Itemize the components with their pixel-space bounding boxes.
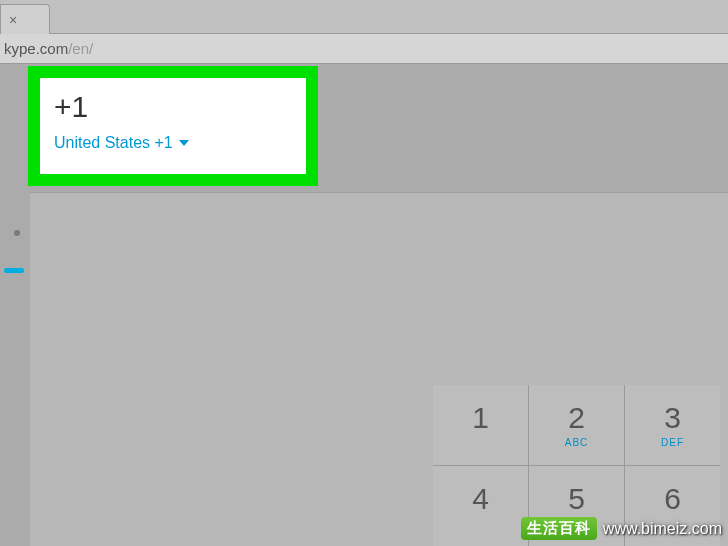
address-bar[interactable]: kype.com/en/	[0, 34, 728, 64]
dial-keypad: 1 2 ABC 3 DEF 4 5 6	[433, 385, 720, 546]
key-letters: ABC	[565, 437, 589, 449]
keypad-6[interactable]: 6	[625, 466, 720, 546]
browser-tab[interactable]: ×	[0, 4, 50, 34]
key-digit: 4	[472, 482, 489, 516]
key-digit: 1	[472, 401, 489, 435]
keypad-2[interactable]: 2 ABC	[529, 385, 624, 465]
key-digit: 2	[568, 401, 585, 435]
page-content: +1 United States +1 1 2 ABC 3 DEF 4 5	[0, 64, 728, 546]
keypad-5[interactable]: 5	[529, 466, 624, 546]
close-icon[interactable]: ×	[9, 12, 17, 28]
key-digit: 6	[664, 482, 681, 516]
browser-tab-strip: ×	[0, 0, 728, 34]
side-tab-strip	[0, 224, 28, 284]
number-entry-panel: +1 United States +1	[28, 66, 318, 186]
key-letters: DEF	[661, 437, 684, 449]
country-selector[interactable]: United States +1	[54, 134, 189, 152]
phone-number-input[interactable]: +1	[54, 92, 292, 122]
country-label: United States +1	[54, 134, 173, 152]
keypad-1[interactable]: 1	[433, 385, 528, 465]
url-host: kype.com	[4, 40, 68, 57]
key-digit: 3	[664, 401, 681, 435]
key-digit: 5	[568, 482, 585, 516]
chevron-down-icon	[179, 140, 189, 146]
side-active-indicator	[4, 268, 24, 273]
side-dot-icon	[14, 230, 20, 236]
keypad-3[interactable]: 3 DEF	[625, 385, 720, 465]
keypad-4[interactable]: 4	[433, 466, 528, 546]
url-path: /en/	[68, 40, 93, 57]
